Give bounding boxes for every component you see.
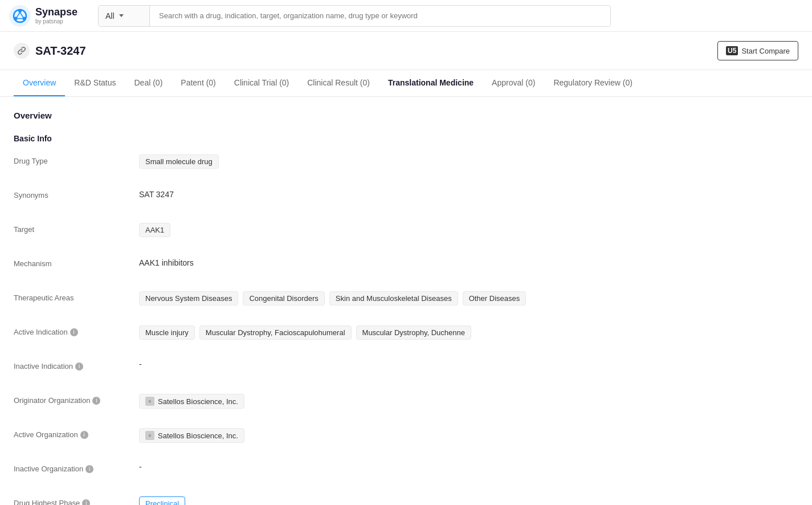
tab-overview[interactable]: Overview bbox=[14, 70, 65, 96]
tab-translational-medicine[interactable]: Translational Medicine bbox=[379, 70, 483, 96]
svg-point-0 bbox=[9, 5, 31, 27]
tag-other-diseases[interactable]: Other Diseases bbox=[463, 291, 527, 306]
content-area: Overview Basic Info Drug Type Small mole… bbox=[0, 97, 812, 505]
value-active-organization: ≡ Satellos Bioscience, Inc. bbox=[139, 428, 798, 443]
svg-point-2 bbox=[18, 9, 22, 13]
subsection-title: Basic Info bbox=[14, 134, 798, 143]
compare-icon: U5 bbox=[726, 46, 738, 55]
row-drug-highest-phase: Drug Highest Phase i Preclinical bbox=[14, 496, 798, 505]
active-org-info-icon[interactable]: i bbox=[80, 431, 88, 439]
tag-muscular-dystrophy-fsh[interactable]: Muscular Dystrophy, Facioscapulohumeral bbox=[199, 325, 352, 340]
row-inactive-organization: Inactive Organization i - bbox=[14, 462, 798, 480]
tab-rd-status[interactable]: R&D Status bbox=[65, 70, 125, 96]
compare-btn-label: Start Compare bbox=[741, 47, 790, 55]
label-inactive-organization: Inactive Organization i bbox=[14, 462, 139, 473]
drug-header: SAT-3247 U5 Start Compare bbox=[0, 32, 812, 70]
originator-org-info-icon[interactable]: i bbox=[92, 397, 100, 405]
label-therapeutic-areas: Therapeutic Areas bbox=[14, 291, 139, 302]
row-synonyms: Synonyms SAT 3247 bbox=[14, 189, 798, 207]
row-originator-organization: Originator Organization i ≡ Satellos Bio… bbox=[14, 394, 798, 412]
drug-icon bbox=[14, 43, 30, 59]
row-active-organization: Active Organization i ≡ Satellos Bioscie… bbox=[14, 428, 798, 446]
drug-highest-phase-info-icon[interactable]: i bbox=[82, 499, 90, 506]
tab-clinical-trial[interactable]: Clinical Trial (0) bbox=[225, 70, 298, 96]
drug-name: SAT-3247 bbox=[35, 44, 86, 58]
value-target: AAK1 bbox=[139, 223, 798, 237]
value-originator-organization: ≡ Satellos Bioscience, Inc. bbox=[139, 394, 798, 409]
tab-clinical-result[interactable]: Clinical Result (0) bbox=[298, 70, 379, 96]
synonyms-text: SAT 3247 bbox=[139, 189, 174, 199]
active-indication-info-icon[interactable]: i bbox=[70, 328, 78, 336]
tag-congenital-disorders[interactable]: Congenital Disorders bbox=[243, 291, 324, 306]
logo-area: Synapse by patsnap bbox=[9, 5, 89, 27]
tabs-bar: Overview R&D Status Deal (0) Patent (0) … bbox=[0, 70, 812, 97]
row-target: Target AAK1 bbox=[14, 223, 798, 241]
drug-title-area: SAT-3247 bbox=[14, 43, 86, 59]
tag-muscular-dystrophy-duchenne[interactable]: Muscular Dystrophy, Duchenne bbox=[356, 325, 471, 340]
mechanism-text: AAK1 inhibitors bbox=[139, 257, 194, 267]
search-filter-bar: All bbox=[98, 5, 611, 27]
tab-patent[interactable]: Patent (0) bbox=[172, 70, 225, 96]
tag-skin-musculoskeletal-diseases[interactable]: Skin and Musculoskeletal Diseases bbox=[329, 291, 458, 306]
value-synonyms: SAT 3247 bbox=[139, 189, 798, 199]
logo-synapse-text: Synapse bbox=[35, 7, 77, 18]
inactive-indication-info-icon[interactable]: i bbox=[75, 363, 83, 370]
inactive-org-info-icon[interactable]: i bbox=[85, 465, 93, 473]
row-therapeutic-areas: Therapeutic Areas Nervous System Disease… bbox=[14, 291, 798, 309]
inactive-organization-dash: - bbox=[139, 462, 142, 471]
tab-approval[interactable]: Approval (0) bbox=[483, 70, 544, 96]
tab-regulatory-review[interactable]: Regulatory Review (0) bbox=[544, 70, 642, 96]
row-mechanism: Mechanism AAK1 inhibitors bbox=[14, 257, 798, 275]
tag-muscle-injury[interactable]: Muscle injury bbox=[139, 325, 195, 340]
label-synonyms: Synonyms bbox=[14, 189, 139, 199]
value-drug-type: Small molecule drug bbox=[139, 154, 798, 169]
tag-small-molecule-drug[interactable]: Small molecule drug bbox=[139, 154, 219, 169]
row-drug-type: Drug Type Small molecule drug bbox=[14, 154, 798, 173]
value-mechanism: AAK1 inhibitors bbox=[139, 257, 798, 267]
tab-deal[interactable]: Deal (0) bbox=[125, 70, 172, 96]
org-icon-satellos-originator: ≡ bbox=[145, 397, 154, 406]
link-icon bbox=[17, 46, 26, 55]
logo-by-text: by patsnap bbox=[35, 18, 77, 25]
label-drug-type: Drug Type bbox=[14, 154, 139, 165]
label-mechanism: Mechanism bbox=[14, 257, 139, 268]
value-drug-highest-phase: Preclinical bbox=[139, 496, 798, 505]
tag-aak1[interactable]: AAK1 bbox=[139, 223, 170, 237]
header: Synapse by patsnap All bbox=[0, 0, 812, 32]
section-title: Overview bbox=[14, 111, 798, 120]
search-input[interactable] bbox=[150, 6, 610, 26]
value-therapeutic-areas: Nervous System Diseases Congenital Disor… bbox=[139, 291, 798, 306]
synapse-logo-icon bbox=[9, 5, 31, 27]
label-active-organization: Active Organization i bbox=[14, 428, 139, 439]
tag-preclinical[interactable]: Preclinical bbox=[139, 496, 185, 505]
label-active-indication: Active Indication i bbox=[14, 325, 139, 336]
tag-nervous-system-diseases[interactable]: Nervous System Diseases bbox=[139, 291, 238, 306]
filter-select-value: All bbox=[105, 11, 115, 21]
filter-select[interactable]: All bbox=[99, 6, 150, 26]
label-inactive-indication: Inactive Indication i bbox=[14, 360, 139, 370]
inactive-indication-dash: - bbox=[139, 360, 142, 369]
label-drug-highest-phase: Drug Highest Phase i bbox=[14, 496, 139, 505]
label-target: Target bbox=[14, 223, 139, 234]
org-tag-satellos-originator[interactable]: ≡ Satellos Bioscience, Inc. bbox=[139, 394, 244, 409]
label-originator-organization: Originator Organization i bbox=[14, 394, 139, 405]
value-inactive-organization: - bbox=[139, 462, 798, 471]
logo-text: Synapse by patsnap bbox=[35, 7, 77, 25]
value-active-indication: Muscle injury Muscular Dystrophy, Facios… bbox=[139, 325, 798, 340]
org-icon-satellos-active: ≡ bbox=[145, 431, 154, 440]
chevron-down-icon bbox=[119, 14, 124, 17]
row-inactive-indication: Inactive Indication i - bbox=[14, 360, 798, 378]
org-tag-satellos-active[interactable]: ≡ Satellos Bioscience, Inc. bbox=[139, 428, 244, 443]
start-compare-button[interactable]: U5 Start Compare bbox=[717, 41, 798, 60]
row-active-indication: Active Indication i Muscle injury Muscul… bbox=[14, 325, 798, 344]
value-inactive-indication: - bbox=[139, 360, 798, 369]
